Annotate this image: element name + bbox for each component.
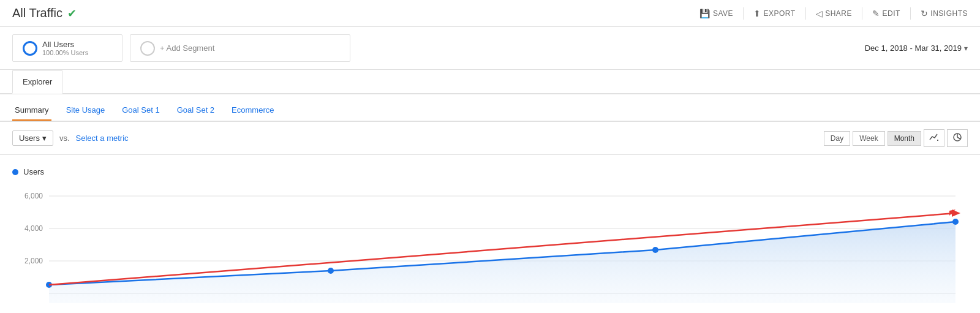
sub-tabs-bar: Summary Site Usage Goal Set 1 Goal Set 2… bbox=[0, 94, 980, 122]
date-range-label: Dec 1, 2018 - Mar 31, 2019 bbox=[865, 43, 962, 53]
trend-arrowhead-icon bbox=[952, 209, 960, 217]
insights-icon: ↻ bbox=[921, 9, 929, 18]
tab-summary[interactable]: Summary bbox=[12, 100, 51, 121]
line-chart-button[interactable] bbox=[924, 129, 944, 147]
svg-rect-0 bbox=[937, 140, 938, 141]
svg-text:6,000: 6,000 bbox=[24, 192, 43, 200]
select-metric-link[interactable]: Select a metric bbox=[76, 134, 129, 143]
segment-circle-icon bbox=[23, 41, 37, 56]
segment-text: All Users 100.00% Users bbox=[42, 40, 88, 56]
title-area: All Traffic ✔ bbox=[12, 6, 77, 20]
svg-line-3 bbox=[957, 137, 960, 139]
data-point-2 bbox=[328, 268, 334, 274]
tab-goal-set-1[interactable]: Goal Set 1 bbox=[119, 100, 162, 121]
data-point-4 bbox=[952, 219, 959, 225]
top-actions: 💾 SAVE ⬆ EXPORT ◁ SHARE ✎ EDIT ↻ INSIGHT… bbox=[699, 7, 968, 20]
date-range-arrow-icon: ▾ bbox=[964, 44, 968, 53]
legend-label: Users bbox=[23, 167, 44, 176]
save-icon: 💾 bbox=[699, 9, 710, 18]
metric-label: Users bbox=[19, 134, 40, 143]
edit-button[interactable]: ✎ EDIT bbox=[872, 9, 900, 18]
add-segment-circle-icon bbox=[140, 41, 155, 56]
divider bbox=[862, 7, 862, 20]
metric-controls: Users ▾ vs. Select a metric bbox=[12, 130, 129, 146]
segments-bar: All Users 100.00% Users + Add Segment De… bbox=[0, 27, 980, 70]
pie-chart-icon bbox=[952, 132, 962, 142]
add-segment-label: + Add Segment bbox=[160, 43, 214, 53]
month-button[interactable]: Month bbox=[888, 131, 921, 146]
divider bbox=[910, 7, 911, 20]
export-button[interactable]: ⬆ EXPORT bbox=[753, 9, 796, 18]
divider bbox=[805, 7, 806, 20]
day-button[interactable]: Day bbox=[824, 131, 850, 146]
edit-icon: ✎ bbox=[872, 9, 880, 18]
segment-name: All Users bbox=[42, 40, 88, 49]
data-point-3 bbox=[652, 247, 658, 253]
legend-dot-icon bbox=[12, 169, 18, 175]
svg-text:2,000: 2,000 bbox=[24, 257, 43, 265]
dropdown-arrow-icon: ▾ bbox=[42, 134, 47, 143]
all-users-segment[interactable]: All Users 100.00% Users bbox=[12, 34, 123, 62]
chart-legend: Users bbox=[12, 167, 968, 176]
pie-chart-button[interactable] bbox=[947, 129, 968, 147]
export-icon: ⬆ bbox=[753, 9, 761, 18]
vs-label: vs. bbox=[59, 134, 70, 143]
page-title: All Traffic bbox=[12, 6, 62, 20]
share-button[interactable]: ◁ SHARE bbox=[816, 9, 852, 18]
segment-sub: 100.00% Users bbox=[42, 49, 88, 56]
chart-controls: Users ▾ vs. Select a metric Day Week Mon… bbox=[0, 122, 980, 155]
verified-icon: ✔ bbox=[67, 7, 77, 20]
week-button[interactable]: Week bbox=[853, 131, 884, 146]
top-bar: All Traffic ✔ 💾 SAVE ⬆ EXPORT ◁ SHARE ✎ … bbox=[0, 0, 980, 27]
tab-explorer[interactable]: Explorer bbox=[12, 70, 62, 94]
period-controls: Day Week Month bbox=[824, 129, 968, 147]
add-segment-button[interactable]: + Add Segment bbox=[130, 34, 350, 62]
tab-ecommerce[interactable]: Ecommerce bbox=[229, 100, 276, 121]
chart-svg: 6,000 4,000 2,000 bbox=[12, 184, 968, 313]
explorer-tab-bar: Explorer bbox=[0, 70, 980, 94]
tab-site-usage[interactable]: Site Usage bbox=[64, 100, 108, 121]
save-button[interactable]: 💾 SAVE bbox=[699, 9, 733, 18]
chart-wrapper: 6,000 4,000 2,000 bbox=[12, 184, 968, 313]
line-chart-icon bbox=[929, 132, 939, 142]
segments-list: All Users 100.00% Users + Add Segment bbox=[12, 34, 350, 62]
date-range-picker[interactable]: Dec 1, 2018 - Mar 31, 2019 ▾ bbox=[865, 43, 968, 53]
tab-goal-set-2[interactable]: Goal Set 2 bbox=[175, 100, 217, 121]
divider bbox=[743, 7, 744, 20]
svg-text:4,000: 4,000 bbox=[24, 224, 43, 233]
metric-dropdown[interactable]: Users ▾ bbox=[12, 130, 53, 146]
chart-area: Users 6,000 4,000 2,000 bbox=[0, 155, 980, 313]
insights-button[interactable]: ↻ INSIGHTS bbox=[921, 9, 968, 18]
share-icon: ◁ bbox=[816, 9, 823, 18]
